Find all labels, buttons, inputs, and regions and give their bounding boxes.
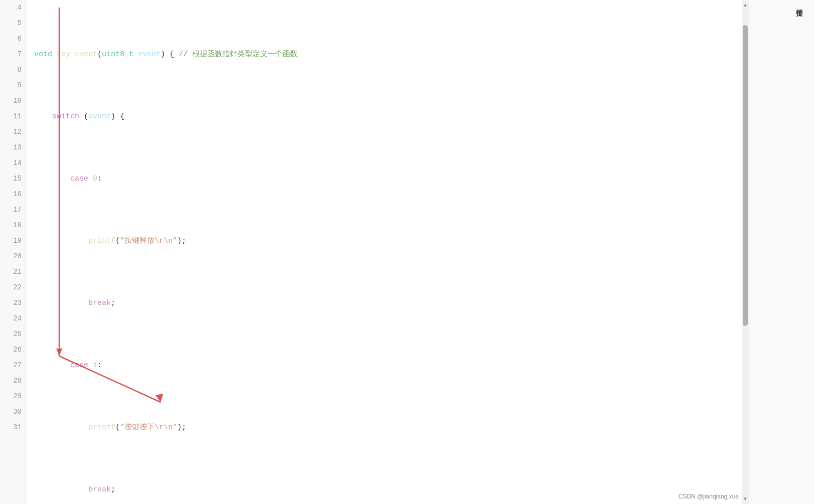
scrollbar-track[interactable]: ▲ ▼: [742, 0, 749, 504]
scrollbar-thumb[interactable]: [743, 25, 748, 326]
scrollbar-down-button[interactable]: ▼: [742, 494, 749, 504]
annotation-panel: 按键按下: [749, 0, 814, 504]
code-line-7: printf("按键释放\r\n");: [34, 233, 742, 249]
scrollbar-up-button[interactable]: ▲: [742, 0, 749, 10]
code-line-10: printf("按键按下\r\n");: [34, 420, 742, 435]
code-line-4: void key_event(uint8_t event) { // 根据函数指…: [34, 47, 742, 62]
code-line-9: case 1:: [34, 358, 742, 373]
code-line-8: break;: [34, 295, 742, 311]
line-numbers: 4 5 6 7 8 9 10 11 12 13 14 15 16 17 18 1…: [0, 0, 26, 504]
code-line-5: switch (event) {: [34, 109, 742, 124]
attribution: CSDN @jianqiang.xue: [679, 493, 739, 500]
code-line-11: break;: [34, 482, 742, 497]
code-content: void key_event(uint8_t event) { // 根据函数指…: [26, 0, 742, 504]
code-line-6: case 0:: [34, 171, 742, 187]
